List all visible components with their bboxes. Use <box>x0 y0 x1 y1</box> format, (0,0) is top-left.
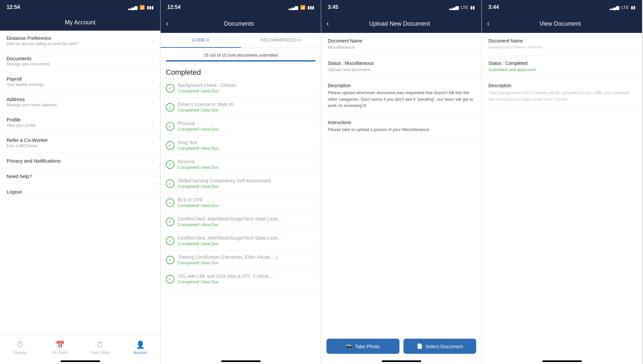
tab-bar: ⏱ Ongoing 📅 My Shifts 🗒 Open Shifts 👤 Ac… <box>0 334 160 360</box>
tab-recommended[interactable]: RECOMMENDED 0 <box>241 33 321 48</box>
doc-item-4[interactable]: ✓ Resume Completed! View Doc › <box>161 155 321 174</box>
screen-view-document: 3:44 ▂▄▆ LTE ▮▮ ‹ View Document Document… <box>482 0 642 364</box>
doc-chevron-9: › <box>314 257 316 263</box>
document-tabs: CORE 0 RECOMMENDED 0 <box>161 33 321 48</box>
menu-item-documents[interactable]: Documents Manage your documents › <box>0 51 160 71</box>
status-icons-3: ▂▄▆ LTE ▮▮ <box>449 5 475 10</box>
doc-instructions-field: Instructions Please take or upload a pic… <box>321 115 481 139</box>
menu-item-profile[interactable]: Profile View your profile › <box>0 112 160 133</box>
status-bar-3: 3:45 ▂▄▆ LTE ▮▮ <box>321 0 481 14</box>
doc-item-8[interactable]: ✓ Certified Med. Aide/Meds/Surge/Tech St… <box>161 231 321 250</box>
doc-item-7[interactable]: ✓ Certified Med. Aide/Meds/Surge/Tech St… <box>161 212 321 231</box>
doc-chevron-3: › <box>314 143 316 148</box>
chevron-icon: › <box>152 189 154 195</box>
doc-check-10: ✓ <box>166 275 174 283</box>
select-document-button[interactable]: 📄 Select Document <box>403 339 476 354</box>
view-doc-desc-value: Your background check results will be up… <box>488 90 635 102</box>
menu-item-logout[interactable]: Logout › <box>0 184 160 199</box>
status-icons-4: ▂▄▆ LTE ▮▮ <box>610 5 635 10</box>
take-photo-button[interactable]: 📷 Take Photo <box>326 339 399 354</box>
menu-item-need-help?[interactable]: Need help? › <box>0 169 160 184</box>
status-bar-2: 12:54 ▂▄▆ 📶 ▮▮▮ <box>161 0 321 14</box>
status-bar-4: 3:44 ▂▄▆ LTE ▮▮ <box>482 0 642 14</box>
tab-account[interactable]: 👤 Account <box>120 334 160 360</box>
doc-status-value: Upload new document <box>328 67 475 72</box>
tab-core[interactable]: CORE 0 <box>161 33 241 48</box>
doc-instr-value: Please take or upload a picture of your … <box>328 126 475 133</box>
status-time-2: 12:54 <box>167 4 181 10</box>
doc-item-9[interactable]: ✓ Training Certification (Dementia, Elde… <box>161 250 321 270</box>
tab-my-shifts[interactable]: 📅 My Shifts <box>40 334 80 360</box>
view-doc-desc-label: Description <box>488 83 635 88</box>
tab-open-shifts[interactable]: 🗒 Open Shifts <box>80 334 120 360</box>
doc-item-2[interactable]: ✓ Physical Completed! View Doc › <box>161 117 321 136</box>
menu-item-address[interactable]: Address Manage your home address! › <box>0 92 160 112</box>
home-indicator-1 <box>61 360 100 362</box>
documents-header: ‹ Documents <box>161 14 321 33</box>
menu-item-distance-preference[interactable]: Distance Preference How far are you will… <box>0 31 160 51</box>
menu-list: Distance Preference How far are you will… <box>0 31 160 334</box>
lte-icon-4: LTE <box>621 5 629 10</box>
status-time-1: 12:54 <box>7 4 20 10</box>
doc-item-0[interactable]: ✓ Background Check - Checks Completed! V… <box>161 79 321 98</box>
tab-label-2: Open Shifts <box>91 351 110 354</box>
doc-desc-value: Please upload whichever document was req… <box>328 90 475 109</box>
doc-name-value: Miscellaneous <box>328 45 475 50</box>
tab-icon-3: 👤 <box>136 341 145 349</box>
doc-check-4: ✓ <box>166 160 174 169</box>
doc-item-5[interactable]: ✓ Skilled Nursing Competency Self Assess… <box>161 174 321 193</box>
view-doc-body: Document Name Background Check - Checks … <box>482 33 642 360</box>
doc-chevron-8: › <box>314 238 316 244</box>
wifi-icon: 📶 <box>140 5 145 10</box>
upload-header: ‹ Upload New Document <box>321 14 481 33</box>
status-time-3: 3:45 <box>328 4 338 10</box>
menu-item-payroll[interactable]: Payroll Your weekly earnings › <box>0 71 160 92</box>
chevron-icon: › <box>152 119 154 125</box>
battery-icon-4: ▮▮ <box>631 5 635 10</box>
tab-label-3: Account <box>134 351 147 354</box>
menu-item-privacy-and-notifications[interactable]: Privacy and Notifications › <box>0 153 160 169</box>
tab-ongoing[interactable]: ⏱ Ongoing <box>0 334 40 360</box>
doc-name-label: Document Name <box>328 38 475 43</box>
doc-item-1[interactable]: ✓ Driver's License or State ID Completed… <box>161 98 321 117</box>
my-account-header: My Account <box>0 14 160 31</box>
doc-check-9: ✓ <box>166 256 174 264</box>
home-indicator-4 <box>542 360 582 362</box>
chevron-icon: › <box>152 99 154 105</box>
doc-check-3: ✓ <box>166 141 174 150</box>
document-list: ✓ Background Check - Checks Completed! V… <box>161 79 321 360</box>
screen-upload-document: 3:45 ▂▄▆ LTE ▮▮ ‹ Upload New Document Do… <box>321 0 482 364</box>
tab-icon-2: 🗒 <box>96 341 104 349</box>
view-doc-status-label: Status : Completed <box>488 61 635 66</box>
tab-label-0: Ongoing <box>13 351 27 354</box>
status-icons-1: ▂▄▆ 📶 ▮▮▮ <box>128 5 154 10</box>
back-button-docs[interactable]: ‹ <box>166 19 168 28</box>
signal-icon-3: ▂▄▆ <box>449 5 459 10</box>
menu-item-refer-a-co-worker[interactable]: Refer a Co-Worker Earn a $50 bonus › <box>0 133 160 153</box>
tab-icon-1: 📅 <box>56 341 64 349</box>
doc-item-10[interactable]: ✓ OIG with LBK and GSA (also a OTC 2 che… <box>161 270 321 289</box>
doc-status-field: Status : Miscellaneous Upload new docume… <box>321 55 481 78</box>
view-doc-name-label: Document Name <box>488 38 635 43</box>
completed-section-title: Completed <box>161 65 321 79</box>
battery-icon: ▮▮▮ <box>147 5 154 10</box>
screen-documents: 12:54 ▂▄▆ 📶 ▮▮▮ ‹ Documents CORE 0 RECOM… <box>161 0 321 364</box>
chevron-icon: › <box>152 158 154 164</box>
progress-text: 15 out of 15 core documents submitted <box>166 53 316 58</box>
chevron-icon: › <box>152 79 154 85</box>
doc-item-6[interactable]: ✓ BLS or CPR Completed! View Doc › <box>161 193 321 212</box>
battery-icon-3: ▮▮ <box>470 5 475 10</box>
doc-chevron-5: › <box>314 181 316 186</box>
doc-check-7: ✓ <box>166 218 174 226</box>
doc-item-3[interactable]: ✓ Drug Test Completed! View Doc › <box>161 136 321 155</box>
doc-chevron-2: › <box>314 124 316 129</box>
doc-progress-section: 15 out of 15 core documents submitted <box>161 48 321 65</box>
back-button-view[interactable]: ‹ <box>487 19 489 28</box>
view-doc-desc-field: Description Your background check result… <box>482 78 642 108</box>
progress-bar-bg <box>166 60 316 62</box>
chevron-icon: › <box>152 140 154 146</box>
chevron-icon: › <box>152 173 154 179</box>
document-icon: 📄 <box>417 343 423 349</box>
signal-icon-2: ▂▄▆ <box>289 5 298 10</box>
back-button-upload[interactable]: ‹ <box>326 19 329 28</box>
